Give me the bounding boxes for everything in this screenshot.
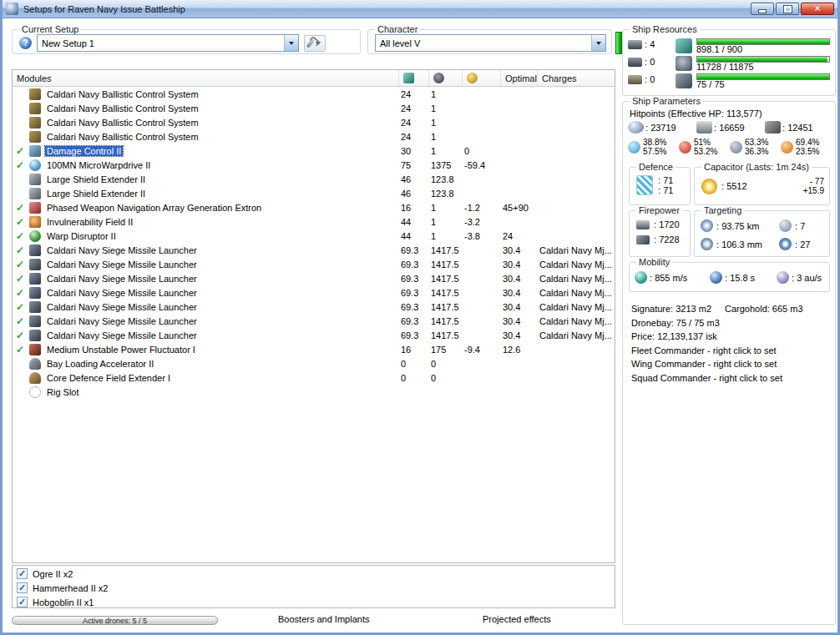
module-row[interactable]: ✓ Caldari Navy Siege Missile Launcher 69… bbox=[13, 243, 615, 257]
shield-booster-icon bbox=[636, 175, 653, 195]
capacitor-icon bbox=[467, 73, 478, 83]
module-powergrid-value: 1 bbox=[428, 217, 462, 227]
module-powergrid-value: 1 bbox=[428, 103, 462, 113]
window-controls: × bbox=[751, 3, 834, 15]
targeting-group: Targeting 93.75 km 7 106.3 mm 27 bbox=[694, 210, 830, 257]
module-cpu-value: 16 bbox=[398, 203, 428, 213]
max-velocity-value: 855 m/s bbox=[650, 273, 687, 283]
close-button[interactable]: × bbox=[801, 3, 834, 15]
setup-combobox-value: New Setup 1 bbox=[38, 38, 284, 48]
active-drones-label: Active drones: 5 / 5 bbox=[83, 617, 147, 625]
resource-icon bbox=[676, 38, 692, 53]
module-cpu-value: 24 bbox=[398, 103, 428, 113]
module-row[interactable]: ✓ Damage Control II 30 1 0 bbox=[13, 144, 615, 158]
modules-table-header: Modules Optimal Charges bbox=[13, 70, 615, 87]
max-targets-value: 7 bbox=[795, 221, 805, 231]
drone-row[interactable]: ✓ Ogre II x2 bbox=[13, 567, 615, 581]
module-row[interactable]: ✓ Caldari Navy Siege Missile Launcher 69… bbox=[13, 271, 615, 285]
module-row[interactable]: ✓ Caldari Navy Siege Missile Launcher 69… bbox=[13, 300, 615, 314]
module-optimal-value: 30.4 bbox=[500, 316, 537, 326]
module-icon bbox=[29, 244, 41, 256]
module-charges-value: Caldari Navy Mj... bbox=[537, 260, 615, 270]
drone-checkbox[interactable]: ✓ bbox=[17, 597, 28, 607]
module-icon bbox=[29, 273, 41, 285]
module-powergrid-value: 123.8 bbox=[428, 174, 462, 184]
active-check-icon: ✓ bbox=[13, 260, 29, 270]
module-charges-value: Caldari Navy Mj... bbox=[537, 288, 615, 298]
defence-bottom-value: 71 bbox=[658, 185, 673, 195]
module-row[interactable]: ✓ Invulnerability Field II 44 1 -3.2 bbox=[13, 214, 615, 229]
module-row[interactable]: ✓ 100MN MicroWarpdrive II 75 1375 -59.4 bbox=[13, 158, 615, 172]
module-optimal-value: 30.4 bbox=[500, 302, 537, 312]
drone-checkbox[interactable]: ✓ bbox=[17, 568, 28, 579]
setup-combobox-dropdown[interactable] bbox=[284, 35, 298, 51]
module-row[interactable]: ✓ Large Shield Extender II 46 123.8 bbox=[13, 186, 615, 200]
module-row[interactable]: ✓ Caldari Navy Siege Missile Launcher 69… bbox=[13, 314, 615, 328]
module-name: Caldari Navy Siege Missile Launcher bbox=[45, 288, 199, 298]
module-icon bbox=[29, 202, 41, 214]
active-check-icon: ✓ bbox=[13, 302, 29, 312]
module-row[interactable]: ✓ Large Shield Extender II 46 123.8 bbox=[13, 172, 615, 186]
targeting-label: Targeting bbox=[701, 205, 744, 215]
minimize-button[interactable] bbox=[751, 3, 774, 15]
module-cap-value: -1.2 bbox=[462, 203, 500, 213]
drone-checkbox[interactable]: ✓ bbox=[17, 582, 28, 593]
module-row[interactable]: ✓ Bay Loading Accelerator II 0 0 bbox=[13, 356, 615, 370]
client-area: Current Setup ? New Setup 1 Character Al… bbox=[3, 18, 837, 632]
module-name: Caldari Navy Siege Missile Launcher bbox=[45, 274, 199, 284]
titlebar[interactable]: Setups for Raven Navy Issue Battleship × bbox=[3, 0, 837, 18]
drone-row[interactable]: ✓ Hammerhead II x2 bbox=[13, 581, 615, 595]
module-row[interactable]: ✓ Caldari Navy Siege Missile Launcher 69… bbox=[13, 285, 615, 300]
module-name: Medium Unstable Power Fluctuator I bbox=[45, 345, 197, 355]
capacitor-column-header[interactable] bbox=[462, 70, 500, 86]
module-row[interactable]: ✓ Caldari Navy Ballistic Control System … bbox=[13, 129, 615, 144]
module-row[interactable]: ✓ Caldari Navy Siege Missile Launcher 69… bbox=[13, 257, 615, 271]
maximize-button[interactable] bbox=[776, 3, 799, 15]
character-combobox-dropdown[interactable] bbox=[591, 35, 605, 51]
mobility-group: Mobility 855 m/s 15.8 s 3 au/s bbox=[629, 262, 830, 292]
price-stat: Price: 12,139,137 isk bbox=[631, 330, 803, 344]
character-combobox[interactable]: All level V bbox=[375, 34, 606, 52]
setup-tools-button[interactable] bbox=[304, 35, 326, 52]
capacitor-icon bbox=[701, 179, 717, 194]
module-row[interactable]: ✓ Caldari Navy Ballistic Control System … bbox=[13, 101, 615, 115]
projected-effects-header[interactable]: Projected effects bbox=[483, 614, 551, 624]
powergrid-column-header[interactable] bbox=[428, 70, 462, 86]
cargohold-stat: Cargohold: 665 m3 bbox=[725, 302, 803, 316]
module-row[interactable]: ✓ Caldari Navy Ballistic Control System … bbox=[13, 87, 615, 101]
module-optimal-value: 24 bbox=[500, 231, 537, 241]
optimal-column-header[interactable]: Optimal bbox=[500, 70, 537, 86]
help-icon[interactable]: ? bbox=[19, 37, 32, 49]
cpu-column-header[interactable] bbox=[398, 70, 428, 86]
slot-icon bbox=[628, 40, 642, 49]
drone-row[interactable]: ✓ Hobgoblin II x1 bbox=[13, 595, 615, 609]
module-row[interactable]: ✓ Medium Unstable Power Fluctuator I 16 … bbox=[13, 342, 615, 356]
module-name: Caldari Navy Siege Missile Launcher bbox=[45, 245, 199, 255]
module-charges-value: Caldari Navy Mj... bbox=[537, 245, 615, 255]
window-title: Setups for Raven Navy Issue Battleship bbox=[22, 4, 747, 14]
charges-column-header[interactable]: Charges bbox=[537, 70, 615, 86]
module-row[interactable]: ✓ Caldari Navy Siege Missile Launcher 69… bbox=[13, 328, 615, 342]
module-row[interactable]: ✓ Warp Disruptor II 44 1 -3.8 24 bbox=[13, 229, 615, 243]
module-icon bbox=[29, 117, 41, 129]
module-row[interactable]: ✓ Rig Slot bbox=[13, 385, 615, 399]
module-row[interactable]: ✓ Caldari Navy Ballistic Control System … bbox=[13, 115, 615, 129]
setup-combobox[interactable]: New Setup 1 bbox=[37, 34, 299, 52]
resource-icon bbox=[676, 56, 692, 71]
module-powergrid-value: 1 bbox=[428, 118, 462, 128]
boosters-implants-header[interactable]: Boosters and Implants bbox=[278, 614, 369, 624]
fleet-commander-stat[interactable]: Fleet Commander - right click to set bbox=[631, 344, 803, 358]
squad-commander-stat[interactable]: Squad Commander - right click to set bbox=[631, 371, 803, 386]
module-powergrid-value: 1417.5 bbox=[428, 260, 462, 270]
module-optimal-value: 30.4 bbox=[500, 260, 537, 270]
module-row[interactable]: ✓ Phased Weapon Navigation Array Generat… bbox=[13, 200, 615, 214]
wing-commander-stat[interactable]: Wing Commander - right click to set bbox=[631, 357, 803, 371]
module-row[interactable]: ✓ Core Defence Field Extender I 0 0 bbox=[13, 370, 615, 385]
module-powergrid-value: 1 bbox=[428, 203, 462, 213]
module-icon bbox=[29, 344, 41, 355]
active-drones-header[interactable]: Active drones: 5 / 5 bbox=[12, 616, 218, 625]
module-name: Invulnerability Field II bbox=[45, 217, 134, 227]
module-icon bbox=[29, 230, 41, 242]
modules-column-header[interactable]: Modules bbox=[13, 70, 398, 86]
module-optimal-value: 45+90 bbox=[500, 203, 537, 213]
